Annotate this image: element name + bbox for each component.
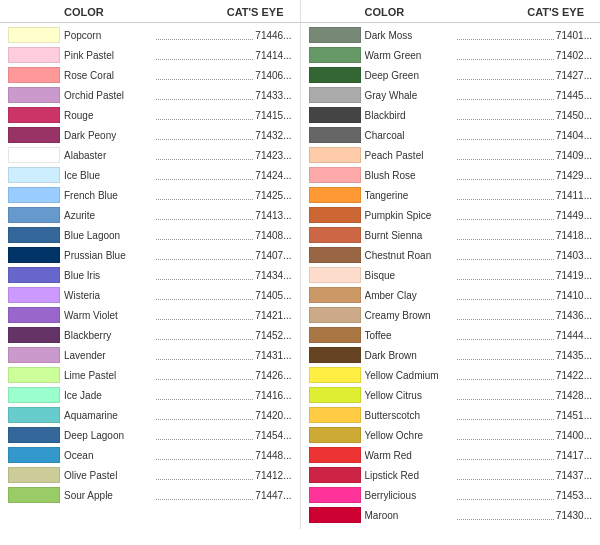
color-name: Dark Brown xyxy=(365,350,455,361)
cat-number: 71434... xyxy=(255,270,291,281)
list-item: Lime Pastel71426... xyxy=(0,365,300,385)
color-name: Warm Green xyxy=(365,50,455,61)
list-item: Sour Apple71447... xyxy=(0,485,300,505)
cat-number: 71414... xyxy=(255,50,291,61)
color-swatch xyxy=(8,67,60,83)
right-header: COLOR CAT'S EYE xyxy=(301,4,601,23)
list-item: Blue Lagoon71408... xyxy=(0,225,300,245)
list-item: Butterscotch71451... xyxy=(301,405,601,425)
color-name: Maroon xyxy=(365,510,455,521)
dots-divider xyxy=(156,370,253,380)
list-item: Creamy Brown71436... xyxy=(301,305,601,325)
left-header: COLOR CAT'S EYE xyxy=(0,4,300,23)
list-item: Deep Lagoon71454... xyxy=(0,425,300,445)
cat-number: 71425... xyxy=(255,190,291,201)
list-item: Lipstick Red71437... xyxy=(301,465,601,485)
list-item: Azurite71413... xyxy=(0,205,300,225)
left-panel: COLOR CAT'S EYE Popcorn71446...Pink Past… xyxy=(0,0,300,529)
list-item: Yellow Ochre71400... xyxy=(301,425,601,445)
dots-divider xyxy=(156,190,253,200)
color-name: Olive Pastel xyxy=(64,470,154,481)
dots-divider xyxy=(156,350,253,360)
color-swatch xyxy=(309,287,361,303)
color-swatch xyxy=(8,487,60,503)
dots-divider xyxy=(156,330,253,340)
list-item: Ocean71448... xyxy=(0,445,300,465)
color-name: Blackberry xyxy=(64,330,154,341)
cat-number: 71420... xyxy=(255,410,291,421)
cat-number: 71453... xyxy=(556,490,592,501)
dots-divider xyxy=(457,310,554,320)
cat-number: 71402... xyxy=(556,50,592,61)
dots-divider xyxy=(156,250,253,260)
list-item: Orchid Pastel71433... xyxy=(0,85,300,105)
dots-divider xyxy=(457,90,554,100)
list-item: Peach Pastel71409... xyxy=(301,145,601,165)
list-item: Charcoal71404... xyxy=(301,125,601,145)
color-name: Pink Pastel xyxy=(64,50,154,61)
dots-divider xyxy=(457,210,554,220)
list-item: Alabaster71423... xyxy=(0,145,300,165)
cat-number: 71446... xyxy=(255,30,291,41)
color-swatch xyxy=(8,47,60,63)
list-item: Rouge71415... xyxy=(0,105,300,125)
cat-number: 71451... xyxy=(556,410,592,421)
dots-divider xyxy=(457,170,554,180)
list-item: Rose Coral71406... xyxy=(0,65,300,85)
dots-divider xyxy=(156,470,253,480)
color-name: Yellow Cadmium xyxy=(365,370,455,381)
cat-number: 71447... xyxy=(255,490,291,501)
dots-divider xyxy=(156,270,253,280)
list-item: Olive Pastel71412... xyxy=(0,465,300,485)
color-swatch xyxy=(309,47,361,63)
color-swatch xyxy=(309,147,361,163)
color-name: Charcoal xyxy=(365,130,455,141)
list-item: Blackbird71450... xyxy=(301,105,601,125)
color-name: Prussian Blue xyxy=(64,250,154,261)
dots-divider xyxy=(156,390,253,400)
color-swatch xyxy=(8,87,60,103)
color-name: Popcorn xyxy=(64,30,154,41)
right-color-header: COLOR xyxy=(365,6,425,18)
list-item: Prussian Blue71407... xyxy=(0,245,300,265)
list-item: Dark Moss71401... xyxy=(301,25,601,45)
color-swatch xyxy=(309,227,361,243)
color-swatch xyxy=(309,247,361,263)
color-name: Aquamarine xyxy=(64,410,154,421)
list-item: Warm Red71417... xyxy=(301,445,601,465)
cat-number: 71445... xyxy=(556,90,592,101)
color-swatch xyxy=(309,67,361,83)
cat-number: 71423... xyxy=(255,150,291,161)
dots-divider xyxy=(457,230,554,240)
left-catseye-header: CAT'S EYE xyxy=(227,6,284,18)
dots-divider xyxy=(457,490,554,500)
color-swatch xyxy=(309,507,361,523)
color-name: Creamy Brown xyxy=(365,310,455,321)
color-swatch xyxy=(309,487,361,503)
cat-number: 71408... xyxy=(255,230,291,241)
cat-number: 71448... xyxy=(255,450,291,461)
main-container: COLOR CAT'S EYE Popcorn71446...Pink Past… xyxy=(0,0,600,529)
color-name: Lavender xyxy=(64,350,154,361)
dots-divider xyxy=(457,30,554,40)
dots-divider xyxy=(156,170,253,180)
dots-divider xyxy=(156,230,253,240)
color-swatch xyxy=(309,207,361,223)
list-item: Toffee71444... xyxy=(301,325,601,345)
list-item: French Blue71425... xyxy=(0,185,300,205)
color-swatch xyxy=(8,107,60,123)
cat-number: 71437... xyxy=(556,470,592,481)
color-swatch xyxy=(8,427,60,443)
cat-number: 71436... xyxy=(556,310,592,321)
color-name: Ocean xyxy=(64,450,154,461)
dots-divider xyxy=(457,330,554,340)
color-name: Lipstick Red xyxy=(365,470,455,481)
list-item: Warm Violet71421... xyxy=(0,305,300,325)
color-name: Deep Lagoon xyxy=(64,430,154,441)
color-swatch xyxy=(8,147,60,163)
cat-number: 71412... xyxy=(255,470,291,481)
cat-number: 71411... xyxy=(556,190,592,201)
list-item: Yellow Citrus71428... xyxy=(301,385,601,405)
color-swatch xyxy=(309,267,361,283)
dots-divider xyxy=(156,50,253,60)
